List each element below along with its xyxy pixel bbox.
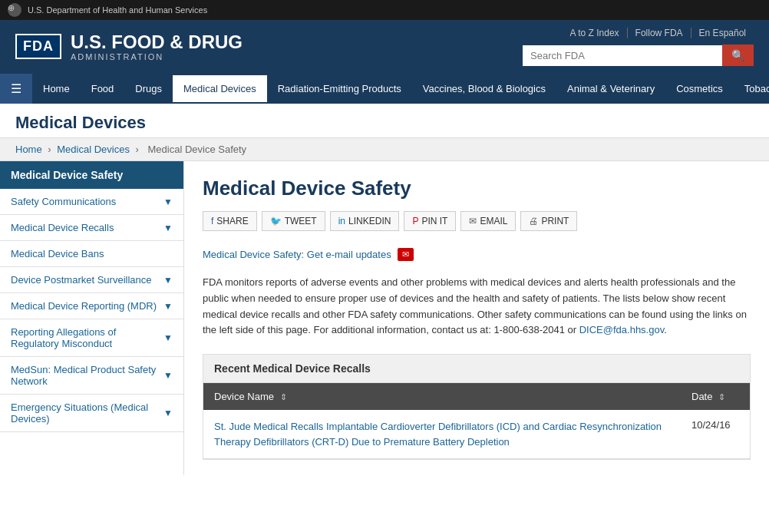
sort-icon: ⇕ <box>280 392 287 401</box>
hhs-text: U.S. Department of Health and Human Serv… <box>28 5 207 15</box>
nav-item-medical-devices[interactable]: Medical Devices <box>173 75 267 102</box>
twitter-icon: 🐦 <box>270 216 282 226</box>
sidebar: Medical Device Safety Safety Communicati… <box>0 161 184 475</box>
contact-email-link[interactable]: DICE@fda.hhs.gov <box>579 324 665 335</box>
pinterest-icon: P <box>412 216 418 226</box>
hamburger-button[interactable]: ☰ <box>0 74 32 104</box>
print-icon: 🖨 <box>529 216 538 226</box>
email-share-icon: ✉ <box>469 216 477 226</box>
share-linkedin-button[interactable]: in LINKEDIN <box>330 211 400 231</box>
breadcrumb-current: Medical Device Safety <box>148 144 247 155</box>
sidebar-item-emergency[interactable]: Emergency Situations (Medical Devices) ▼ <box>0 395 183 432</box>
breadcrumb-sep-1: › <box>48 144 54 155</box>
chevron-icon: ▼ <box>163 223 173 233</box>
sidebar-item-safety-communications[interactable]: Safety Communications ▼ <box>0 189 183 215</box>
search-button[interactable]: 🔍 <box>722 45 754 66</box>
main-layout: Medical Device Safety Safety Communicati… <box>0 161 769 475</box>
sidebar-label-recalls: Medical Device Recalls <box>11 222 114 233</box>
linkedin-icon: in <box>338 216 345 226</box>
share-print-label: PRINT <box>541 216 569 226</box>
breadcrumb: Home › Medical Devices › Medical Device … <box>0 138 769 161</box>
facebook-icon: f <box>211 216 213 226</box>
sidebar-item-recalls[interactable]: Medical Device Recalls ▼ <box>0 215 183 241</box>
share-twitter-label: TWEET <box>285 216 317 226</box>
content-area: Medical Device Safety f SHARE 🐦 TWEET in… <box>184 161 769 475</box>
sidebar-label-bans: Medical Device Bans <box>11 248 104 259</box>
device-name-cell: St. Jude Medical Recalls Implantable Car… <box>203 410 681 459</box>
nav-item-radiation[interactable]: Radiation-Emitting Products <box>267 75 412 102</box>
espanol-link[interactable]: En Español <box>691 28 754 38</box>
sidebar-label-postmarket: Device Postmarket Surveillance <box>11 274 152 286</box>
device-name-column-header[interactable]: Device Name ⇕ <box>203 383 681 410</box>
nav-bar: ☰ Home Food Drugs Medical Devices Radiat… <box>0 74 769 104</box>
sidebar-label-emergency: Emergency Situations (Medical Devices) <box>11 401 163 425</box>
share-linkedin-label: LINKEDIN <box>348 216 391 226</box>
fda-title: U.S. FOOD & DRUG ADMINISTRATION <box>71 32 243 61</box>
breadcrumb-medical-devices[interactable]: Medical Devices <box>57 144 130 155</box>
follow-fda-link[interactable]: Follow FDA <box>628 28 691 38</box>
header-links: A to Z Index Follow FDA En Español <box>563 28 754 38</box>
chevron-icon: ▼ <box>163 370 173 381</box>
sidebar-label-mdr: Medical Device Reporting (MDR) <box>11 300 157 312</box>
email-updates-icon: ✉ <box>398 248 414 261</box>
fda-sub-title: ADMINISTRATION <box>71 52 243 61</box>
share-facebook-label: SHARE <box>216 216 248 226</box>
chevron-icon: ▼ <box>163 332 173 343</box>
email-updates-link[interactable]: Medical Device Safety: Get e-mail update… <box>203 249 391 260</box>
chevron-icon: ▼ <box>163 275 173 286</box>
sidebar-item-medsun[interactable]: MedSun: Medical Product Safety Network ▼ <box>0 357 183 395</box>
nav-item-drugs[interactable]: Drugs <box>124 75 173 102</box>
share-pinterest-label: PIN IT <box>421 216 447 226</box>
nav-items: Home Food Drugs Medical Devices Radiatio… <box>32 75 769 102</box>
share-pinterest-button[interactable]: P PIN IT <box>404 211 456 231</box>
recalls-table: Device Name ⇕ Date ⇕ St. Jude Medical Re… <box>203 383 750 459</box>
breadcrumb-home[interactable]: Home <box>15 144 42 155</box>
header-logo-area: FDA U.S. FOOD & DRUG ADMINISTRATION <box>15 32 243 61</box>
share-bar: f SHARE 🐦 TWEET in LINKEDIN P PIN IT ✉ E… <box>203 211 751 231</box>
date-cell: 10/24/16 <box>681 410 750 459</box>
hhs-logo-icon: ⊕ <box>8 3 21 17</box>
sidebar-label-medsun: MedSun: Medical Product Safety Network <box>11 364 163 387</box>
body-text: FDA monitors reports of adverse events a… <box>203 275 751 339</box>
sidebar-label-allegations: Reporting Allegations of Regulatory Misc… <box>11 326 163 349</box>
share-facebook-button[interactable]: f SHARE <box>203 211 257 231</box>
fda-logo: FDA <box>15 34 61 59</box>
recall-link[interactable]: St. Jude Medical Recalls Implantable Car… <box>214 421 662 448</box>
chevron-icon: ▼ <box>163 197 173 207</box>
nav-item-vaccines[interactable]: Vaccines, Blood & Biologics <box>412 75 556 102</box>
sidebar-item-postmarket[interactable]: Device Postmarket Surveillance ▼ <box>0 267 183 293</box>
top-bar: ⊕ U.S. Department of Health and Human Se… <box>0 0 769 20</box>
email-updates-area: Medical Device Safety: Get e-mail update… <box>203 243 751 266</box>
sidebar-label-safety-comms: Safety Communications <box>11 196 116 207</box>
nav-item-tobacco[interactable]: Tobacco Products <box>734 75 769 102</box>
header: FDA U.S. FOOD & DRUG ADMINISTRATION A to… <box>0 20 769 74</box>
sidebar-title: Medical Device Safety <box>0 161 183 189</box>
search-input[interactable] <box>523 45 722 66</box>
sidebar-item-mdr[interactable]: Medical Device Reporting (MDR) ▼ <box>0 293 183 319</box>
nav-item-cosmetics[interactable]: Cosmetics <box>665 75 734 102</box>
sort-icon: ⇕ <box>718 392 725 401</box>
nav-item-food[interactable]: Food <box>81 75 125 102</box>
chevron-icon: ▼ <box>163 408 173 418</box>
content-title: Medical Device Safety <box>203 177 751 200</box>
recent-recalls-header: Recent Medical Device Recalls <box>203 355 750 383</box>
page-title-area: Medical Devices <box>0 104 769 138</box>
search-bar: 🔍 <box>523 45 754 66</box>
chevron-icon: ▼ <box>163 301 173 312</box>
share-print-button[interactable]: 🖨 PRINT <box>520 211 577 231</box>
breadcrumb-sep-2: › <box>136 144 142 155</box>
share-email-label: EMAIL <box>480 216 507 226</box>
table-header-row: Device Name ⇕ Date ⇕ <box>203 383 750 410</box>
date-column-header[interactable]: Date ⇕ <box>681 383 750 410</box>
recent-recalls-section: Recent Medical Device Recalls Device Nam… <box>203 354 751 460</box>
a-to-z-link[interactable]: A to Z Index <box>563 28 628 38</box>
header-right: A to Z Index Follow FDA En Español 🔍 <box>523 28 754 66</box>
nav-item-home[interactable]: Home <box>32 75 81 102</box>
nav-item-animal[interactable]: Animal & Veterinary <box>556 75 665 102</box>
share-twitter-button[interactable]: 🐦 TWEET <box>262 211 325 231</box>
sidebar-item-reporting-allegations[interactable]: Reporting Allegations of Regulatory Misc… <box>0 319 183 357</box>
share-email-button[interactable]: ✉ EMAIL <box>460 211 516 231</box>
sidebar-item-bans[interactable]: Medical Device Bans <box>0 241 183 267</box>
fda-main-title: U.S. FOOD & DRUG <box>71 32 243 52</box>
table-row: St. Jude Medical Recalls Implantable Car… <box>203 410 750 459</box>
